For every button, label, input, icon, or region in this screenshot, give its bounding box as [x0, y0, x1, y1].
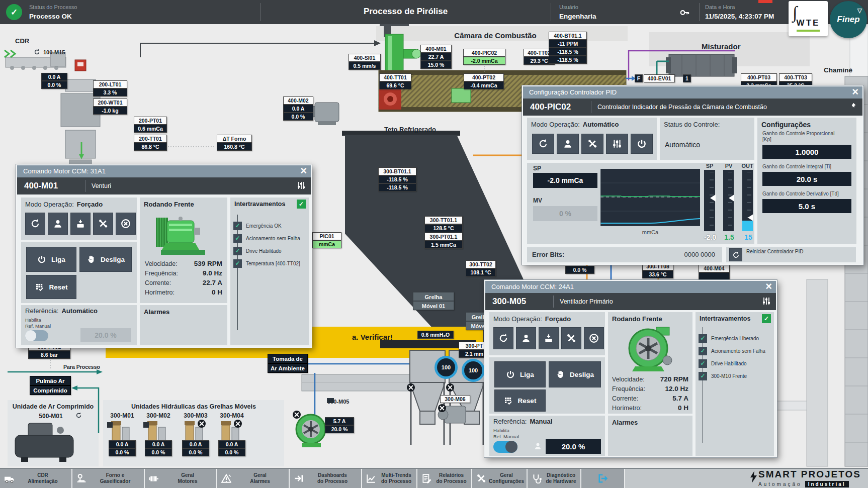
check-icon[interactable]: ✓	[233, 247, 242, 255]
process-tag-m15[interactable]: 100-M15	[43, 49, 71, 56]
process-tag-one[interactable]: 1	[683, 74, 691, 82]
gain-input[interactable]: 1.0000	[762, 145, 851, 159]
process-tag-mmh2o[interactable]: 0.6 mmH₂O	[417, 331, 454, 339]
process-tag-m04[interactable]: 400-M04	[699, 264, 730, 280]
tools-button[interactable]	[93, 213, 113, 235]
process-tag-bt300[interactable]: 300-BT01.1-118.5 %-118.5 %	[378, 167, 416, 191]
process-tag-m05v[interactable]: 5.7 A20.0 %	[325, 417, 354, 433]
power-button[interactable]	[631, 134, 653, 154]
check-icon[interactable]: ✓	[233, 259, 242, 268]
reset-button[interactable]: Reset	[494, 389, 546, 412]
gain-input[interactable]: 20.0 s	[762, 172, 851, 186]
check-icon[interactable]: ✓	[233, 222, 242, 230]
process-tag-t4[interactable]: 200-PT010.6 mmCa	[134, 117, 167, 133]
process-tag-pic01[interactable]: PIC01mmCa	[312, 232, 341, 248]
dialog-titlebar[interactable]: Comando Motor CCM: 24A1×	[485, 281, 776, 293]
key-icon[interactable]	[680, 8, 690, 18]
check-icon[interactable]: ✓	[699, 372, 707, 380]
process-tag-u3l[interactable]: 300-M03	[181, 412, 211, 420]
liga-button[interactable]: Liga	[26, 247, 76, 272]
person-button[interactable]	[557, 134, 579, 154]
process-tag-tomada[interactable]: Tomada deAr Ambiente	[268, 354, 308, 373]
process-tag-u3[interactable]: 0.0 A0.0 %	[182, 440, 209, 456]
desliga-button[interactable]: Desliga	[79, 247, 132, 272]
process-tag-t1[interactable]: 0.0 A0.0 %	[41, 73, 67, 89]
process-tag-m06[interactable]: 300-M06	[440, 395, 470, 403]
pin-icon[interactable]	[849, 102, 857, 110]
process-tag-u2[interactable]: 0.0 A0.0 %	[145, 440, 172, 456]
process-tag-pt02[interactable]: 400-PT02-0.4 mmCa	[464, 73, 504, 89]
person-button[interactable]	[516, 327, 536, 349]
gain-input[interactable]: 5.0 s	[762, 199, 851, 213]
dialog-titlebar[interactable]: Configuração Controlador PID×	[523, 86, 862, 99]
process-tag-m05l[interactable]: 300-M05	[327, 398, 356, 406]
nav-item-cdr-alimenta-o[interactable]: CDRAlimentação	[0, 469, 72, 488]
nav-item-geral-configura-es[interactable]: GeralConfigurações	[472, 469, 528, 488]
nav-item-dashboards-do-processo[interactable]: Dashboardsdo Processo	[290, 469, 362, 488]
pid-reset-button[interactable]	[729, 248, 742, 261]
interlocks-enabled-checkbox[interactable]: ✓	[297, 200, 306, 209]
process-tag-u1[interactable]: 0.0 A0.0 %	[109, 440, 136, 456]
tools-button[interactable]	[561, 327, 581, 349]
damper-gauge-1[interactable]: 100	[435, 356, 458, 379]
nav-item-relat-rios-do-processo[interactable]: Relatóriosdo Processo	[417, 469, 472, 488]
dialog-titlebar[interactable]: Comando Motor CCM: 31A1×	[17, 165, 311, 177]
tools-button[interactable]	[581, 134, 603, 154]
sp-input[interactable]: -2.0 mmCa	[533, 173, 597, 188]
process-tag-tt01[interactable]: 400-TT0169.6 °C	[379, 73, 411, 89]
ref-manual-toggle[interactable]	[493, 441, 517, 453]
refresh-icon[interactable]	[34, 49, 40, 55]
process-tag-u2l[interactable]: 300-M02	[143, 412, 173, 420]
process-tag-u4l[interactable]: 300-M04	[217, 412, 247, 420]
process-tag-u4[interactable]: 0.0 A0.0 %	[218, 440, 245, 456]
local-button[interactable]	[539, 327, 559, 349]
refresh-button[interactable]	[25, 213, 45, 235]
check-icon[interactable]: ✓	[699, 359, 707, 368]
exit-button[interactable]	[581, 469, 625, 488]
process-tag-ev01[interactable]: 400-EV01	[644, 74, 675, 82]
nav-item-multi-trends-do-processo[interactable]: Multi-Trendsdo Processo	[362, 469, 417, 488]
cancel-button[interactable]	[116, 213, 136, 235]
process-tag-pulmao[interactable]: Pulmão ArComprimido	[30, 376, 71, 395]
process-tag-tt0230[interactable]: 300-TT02108.1 °C	[466, 260, 496, 276]
process-tag-grelha1[interactable]: GrelhaMóvel 01	[413, 292, 454, 310]
ref-manual-toggle[interactable]	[25, 330, 48, 341]
process-tag-fbox[interactable]: F	[635, 74, 643, 82]
process-tag-t3[interactable]: 200-WT01-1.0 kg	[93, 99, 127, 115]
liga-button[interactable]: Liga	[494, 361, 546, 387]
damper-gauge-2[interactable]: 100	[462, 359, 485, 382]
local-button[interactable]	[70, 213, 91, 235]
close-icon[interactable]: ×	[300, 164, 307, 177]
process-tag-pt011[interactable]: 300-PT01.11.5 mmCa	[424, 233, 463, 249]
cancel-button[interactable]	[584, 327, 604, 349]
process-tag-m01[interactable]: 400-M0122.7 A15.0 %	[420, 45, 452, 69]
close-icon[interactable]: ×	[765, 280, 772, 293]
refresh-icon[interactable]	[75, 412, 82, 419]
process-tag-bt01[interactable]: 400-BT01.1-11 PPM-118.5 %-118.5 %	[549, 32, 587, 64]
nav-item-geral-alarmes[interactable]: GeralAlarmes	[217, 469, 290, 488]
reset-button[interactable]: Reset	[26, 275, 76, 299]
tune-button[interactable]	[606, 134, 628, 154]
refresh-button[interactable]	[532, 134, 554, 154]
process-tag-t5[interactable]: 200-TT0186.8 °C	[134, 135, 167, 151]
manual-setpoint-field[interactable]: 20.0 %	[546, 439, 601, 454]
nav-item-diagn-stico-de-hardware[interactable]: Diagnósticode Hardware	[528, 469, 581, 488]
person-button[interactable]	[48, 213, 68, 235]
nav-item-geral-motores[interactable]: GeralMotores	[145, 469, 217, 488]
tune-icon[interactable]	[297, 181, 306, 190]
check-icon[interactable]: ✓	[699, 347, 707, 355]
check-icon[interactable]: ✓	[699, 334, 707, 343]
refresh-button[interactable]	[493, 327, 513, 349]
check-icon[interactable]: ✓	[233, 234, 242, 243]
tune-icon[interactable]	[762, 297, 771, 306]
process-tag-p00[interactable]: 0.0 %	[565, 266, 594, 274]
process-tag-m02[interactable]: 400-M020.0 A0.0 %	[283, 96, 313, 121]
interlocks-enabled-checkbox[interactable]: ✓	[762, 314, 771, 323]
close-icon[interactable]: ×	[852, 85, 858, 99]
process-tag-tt011[interactable]: 300-TT01.1128.5 °C	[424, 216, 463, 232]
process-tag-cdr[interactable]: CDR	[15, 37, 37, 45]
process-tag-u1l[interactable]: 300-M01	[107, 412, 137, 420]
process-tag-t2[interactable]: 200-LT013.3 %	[93, 80, 127, 96]
process-tag-pic02[interactable]: 400-PIC02-2.0 mmCa	[463, 49, 505, 65]
process-tag-t6[interactable]: ΔT Forno160.8 °C	[217, 135, 252, 151]
